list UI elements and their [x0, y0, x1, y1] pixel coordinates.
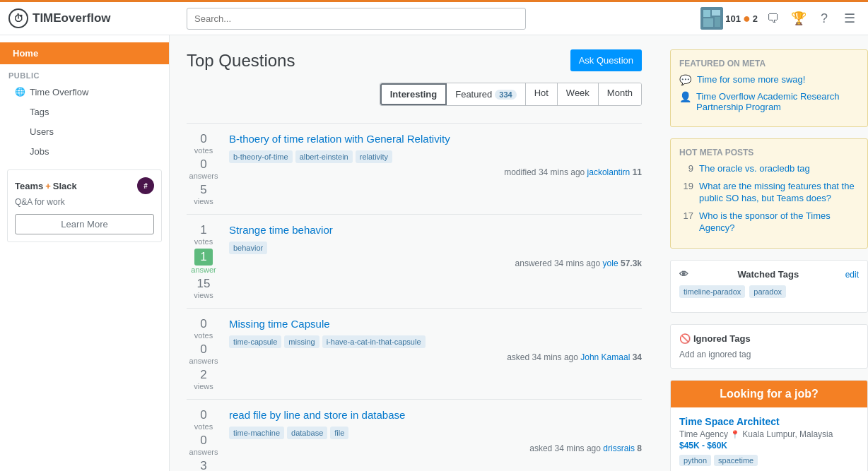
views-block-1: 15 views — [194, 277, 213, 299]
tag-i-have-a-cat-in-that-capsule[interactable]: i-have-a-cat-in-that-capsule — [322, 335, 426, 348]
chat-icon: 💬 — [679, 74, 691, 85]
menu-icon[interactable]: ☰ — [840, 8, 860, 28]
teams-subtext: Q&A for work — [15, 197, 154, 207]
location-icon-1: 📍 — [730, 430, 742, 439]
learn-more-button[interactable]: Learn More — [15, 214, 154, 234]
tag-time-capsule[interactable]: time-capsule — [229, 335, 281, 348]
eye-icon: 👁 — [679, 269, 688, 280]
job-tag-python[interactable]: python — [679, 455, 711, 466]
answers-label-0: answers — [189, 172, 218, 180]
q-title-2[interactable]: Missing time Capsule — [229, 317, 642, 331]
filter-tabs: Interesting Featured 334 Hot Week Month — [380, 83, 642, 106]
watched-tags-box: 👁 Watched Tags edit timeline-paradox par… — [670, 260, 868, 313]
tab-hot[interactable]: Hot — [526, 83, 558, 105]
sidebar-item-home[interactable]: Home — [0, 42, 169, 64]
watched-tag-timeline-paradox[interactable]: timeline-paradox — [679, 285, 745, 298]
sidebar-item-users[interactable]: Users — [0, 121, 169, 141]
view-count-0: 5 — [200, 183, 206, 197]
vote-count-3: 0 — [200, 408, 206, 422]
hot-number-1: 9 — [679, 163, 693, 174]
q-title-3[interactable]: read file by line and store in database — [229, 408, 642, 422]
sidebar-item-jobs[interactable]: Jobs — [0, 141, 169, 161]
votes-block-2: 0 votes — [194, 317, 213, 340]
votes-label-0: votes — [194, 146, 213, 155]
tag-behavior[interactable]: behavior — [229, 242, 267, 254]
teams-header: Teams + Slack # — [15, 177, 154, 194]
featured-meta-title: FEATURED ON META — [679, 59, 859, 68]
hot-link-1[interactable]: The oracle vs. oracledb tag — [699, 163, 810, 175]
tab-month[interactable]: Month — [599, 83, 641, 105]
search-input[interactable] — [187, 8, 526, 30]
job-location-1: Kuala Lumpur, Malaysia — [742, 429, 833, 439]
votes-block-3: 0 votes — [194, 408, 213, 431]
question-item-1: 1 votes 1 answer 15 views Strange time b… — [187, 214, 642, 308]
rep-dot: ● — [743, 11, 751, 26]
tag-database[interactable]: database — [287, 427, 327, 439]
vote-count-1: 1 — [200, 223, 206, 237]
svg-rect-3 — [703, 18, 713, 27]
meta-link-partnership[interactable]: Time Overflow Academic Research Partners… — [696, 91, 859, 112]
trophy-icon[interactable]: 🏆 — [789, 8, 809, 28]
q-meta-3: asked 34 mins ago drissrais 8 — [229, 443, 642, 453]
tag-file[interactable]: file — [330, 427, 348, 439]
tab-interesting[interactable]: Interesting — [380, 83, 447, 105]
site-logo[interactable]: ⏱ TIME overflow — [8, 8, 178, 28]
view-count-3: 3 — [200, 459, 206, 471]
q-tags-3: time-machinedatabasefile — [229, 427, 642, 439]
svg-rect-2 — [712, 10, 720, 16]
answers-block-0: 0 answers — [189, 157, 218, 180]
reputation-badge[interactable]: 101 ● 2 — [700, 7, 758, 30]
q-body-2: Missing time Capsule time-capsulemissing… — [229, 317, 642, 390]
job-title-1[interactable]: Time Space Architect — [679, 416, 859, 427]
q-user-link-1[interactable]: yole — [603, 258, 618, 268]
help-icon[interactable]: ? — [814, 8, 834, 28]
rep-number: 101 — [725, 13, 741, 24]
logo-icon: ⏱ — [8, 8, 28, 28]
tag-missing[interactable]: missing — [284, 335, 319, 348]
tag-albert-einstein[interactable]: albert-einstein — [295, 150, 353, 163]
tag-time-machine[interactable]: time-machine — [229, 427, 284, 439]
sidebar-item-time-overflow[interactable]: 🌐 Time Overflow — [0, 82, 169, 102]
tag-relativity[interactable]: relativity — [356, 150, 392, 163]
vote-count-0: 0 — [200, 132, 206, 146]
add-ignored-tag-link[interactable]: Add an ignored tag — [679, 350, 859, 359]
sidebar-item-tags[interactable]: Tags — [0, 102, 169, 121]
inbox-icon[interactable]: 🗨 — [763, 8, 783, 28]
q-stats-0: 0 votes 0 answers 5 views — [187, 132, 221, 205]
teams-plus: + — [45, 181, 51, 191]
ask-question-button[interactable]: Ask Question — [570, 49, 642, 71]
hot-meta-item-2: 19 What are the missing features that th… — [679, 181, 859, 205]
q-user-link-2[interactable]: John Kamaal — [580, 352, 630, 362]
logo-overflow: overflow — [61, 11, 111, 25]
answer-count-1: 1 — [194, 249, 212, 266]
search-box — [187, 8, 526, 30]
q-title-0[interactable]: B-thoery of time relation with General R… — [229, 132, 642, 146]
watched-tag-paradox[interactable]: paradox — [749, 285, 786, 298]
question-item-0: 0 votes 0 answers 5 views B-thoery of ti… — [187, 123, 642, 214]
watched-tags-edit-link[interactable]: edit — [845, 270, 859, 280]
tab-featured[interactable]: Featured 334 — [447, 83, 525, 105]
answer-count-3: 0 — [200, 434, 206, 448]
q-user-link-0[interactable]: jackolantirn — [587, 167, 631, 177]
job-box: Looking for a job? Time Space Architect … — [670, 380, 868, 471]
job-tag-spacetime[interactable]: spacetime — [714, 455, 758, 466]
tab-week[interactable]: Week — [558, 83, 599, 105]
view-count-1: 15 — [197, 277, 211, 291]
tag-b-theory-of-time[interactable]: b-theory-of-time — [229, 150, 293, 163]
users-icon — [14, 126, 25, 137]
q-meta-2: asked 34 mins ago John Kamaal 34 — [229, 352, 642, 362]
meta-link-swag[interactable]: Time for some more swag! — [697, 74, 805, 85]
hot-link-3[interactable]: Who is the sponsor of the Times Agency? — [699, 210, 859, 234]
hot-meta-box: HOT META POSTS 9 The oracle vs. oracledb… — [670, 138, 868, 249]
ignored-tags-box: 🚫 Ignored Tags Add an ignored tag — [670, 324, 868, 369]
watched-tag-list: timeline-paradox paradox — [679, 285, 859, 298]
svg-rect-4 — [715, 17, 720, 27]
sidebar: Home PUBLIC 🌐 Time Overflow Tags Users J… — [0, 35, 170, 471]
person-icon: 👤 — [679, 91, 691, 102]
logo-time: TIME — [33, 11, 61, 25]
vote-count-2: 0 — [200, 317, 206, 331]
job-listing-1: Time Space Architect Time Agency 📍 Kuala… — [671, 407, 867, 471]
hot-link-2[interactable]: What are the missing features that the p… — [699, 181, 859, 205]
q-user-link-3[interactable]: drissrais — [603, 443, 635, 453]
q-title-1[interactable]: Strange time behavior — [229, 223, 642, 237]
